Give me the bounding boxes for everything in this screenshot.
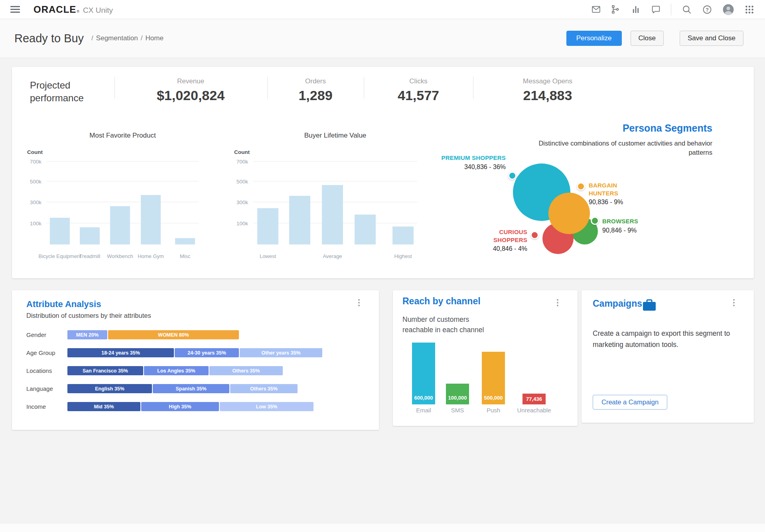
reach-bar-value: 600,000 [412, 395, 435, 401]
projected-performance-card: Projected performance Revenue $1,020,824… [12, 67, 754, 278]
campaigns-title: Campaigns [593, 298, 642, 309]
bubble-value: 90,836 - 9% [589, 198, 623, 207]
app-grid-icon[interactable] [744, 4, 755, 15]
reach-bar-email: 600,000 [412, 343, 435, 404]
product-name: CX Unity [83, 6, 113, 15]
campaigns-card: Campaigns Create a campaign to export th… [582, 290, 754, 423]
save-and-close-button[interactable]: Save and Close [680, 31, 743, 46]
create-campaign-button[interactable]: Create a Campaign [593, 395, 667, 410]
comment-icon[interactable] [651, 4, 661, 14]
attribute-segment: Others 35% [209, 366, 283, 375]
attribute-segment: MEN 20% [67, 330, 107, 339]
breadcrumb-separator: / [91, 34, 93, 42]
bubble-name: HUNTERS [589, 189, 623, 197]
help-icon[interactable]: ? [702, 4, 712, 15]
breadcrumb-home[interactable]: Home [145, 34, 163, 42]
attribute-row-language: LanguageEnglish 35%Spanish 35%Others 35% [26, 384, 298, 393]
reach-category-label: Push [487, 407, 500, 414]
attribute-segment: Los Angles 35% [144, 366, 209, 375]
reach-category-label: Email [416, 407, 431, 414]
footer-strip [0, 523, 765, 532]
persona-segments-chart: Persona Segments Distinctive combination… [12, 67, 754, 278]
legend-dot-bargain-hunters [577, 182, 585, 191]
bubble-name: BROWSERS [602, 217, 638, 225]
oracle-logo: ORACLE [34, 4, 76, 15]
attribute-segment: Others 35% [230, 384, 298, 393]
close-button[interactable]: Close [631, 31, 664, 46]
bubble-name: SHOPPERS [493, 236, 527, 244]
attribute-label: Income [26, 403, 67, 410]
legend-dot-premium-shoppers [508, 171, 517, 180]
bubble-label-curious-shoppers: CURIOUSSHOPPERS40,846 - 4% [493, 228, 527, 253]
bubble-value: 90,846 - 9% [602, 227, 638, 235]
bubble-label-bargain-hunters: BARGAINHUNTERS90,836 - 9% [589, 181, 623, 207]
breadcrumb-separator: / [141, 34, 143, 42]
attribute-bar: Mid 35%High 35%Low 35% [67, 402, 313, 411]
bubble-value: 40,846 - 4% [493, 245, 527, 253]
attribute-segment: Other years 35% [240, 348, 322, 357]
attribute-analysis-card: Attribute Analysis Distribution of custo… [12, 290, 379, 430]
bubble-name: PREMIUM SHOPPERS [441, 154, 506, 162]
legend-dot-browsers [591, 217, 599, 225]
reach-bar-value: 500,000 [482, 395, 505, 401]
campaigns-description: Create a campaign to export this segment… [593, 328, 741, 350]
attribute-bar: English 35%Spanish 35%Others 35% [67, 384, 298, 393]
reach-bar-value: 100,000 [446, 395, 469, 401]
reach-category-label: Unreachable [517, 407, 551, 414]
avatar[interactable] [722, 4, 734, 16]
attribute-label: Age Group [26, 349, 67, 356]
bubble-bargain-hunters [548, 193, 590, 234]
attribute-segment: Spanish 35% [153, 384, 229, 393]
attribute-segment: 18-24 years 35% [67, 348, 174, 357]
top-bar: ORACLE® CX Unity ? [0, 0, 765, 19]
kebab-menu-icon[interactable] [556, 297, 560, 309]
attribute-segment: WOMEN 80% [108, 330, 239, 339]
attribute-label: Gender [26, 331, 67, 338]
reach-bar-value: 77,436 [522, 396, 546, 402]
attribute-label: Locations [26, 367, 67, 374]
attribute-segment: 24-30 years 35% [175, 348, 239, 357]
bubble-name: BARGAIN [589, 181, 623, 189]
kebab-menu-icon[interactable] [732, 297, 736, 309]
reach-bar-push: 500,000 [482, 352, 505, 404]
attribute-segment: San Francisco 35% [67, 366, 143, 375]
attribute-row-income: IncomeMid 35%High 35%Low 35% [26, 402, 313, 411]
analytics-icon[interactable] [631, 4, 641, 14]
reach-bar-sms: 100,000 [446, 384, 469, 404]
personalize-button[interactable]: Personalize [566, 31, 622, 46]
breadcrumb-segmentation[interactable]: Segmentation [96, 34, 138, 42]
kebab-menu-icon[interactable] [357, 297, 361, 309]
svg-text:?: ? [706, 7, 709, 12]
attribute-row-gender: GenderMEN 20%WOMEN 80% [26, 330, 239, 339]
reach-category-label: SMS [451, 407, 464, 414]
attribute-label: Language [26, 385, 67, 392]
attribute-bar: 18-24 years 35%24-30 years 35%Other year… [67, 348, 322, 357]
attribute-row-age-group: Age Group18-24 years 35%24-30 years 35%O… [26, 348, 322, 357]
attribute-segment: Mid 35% [67, 402, 140, 411]
reach-bar-unreachable: 77,436 [522, 394, 546, 404]
attribute-bar: San Francisco 35%Los Angles 35%Others 35… [67, 366, 283, 375]
page-title: Ready to Buy [14, 32, 84, 45]
registered-mark: ® [77, 10, 79, 14]
search-icon[interactable] [681, 4, 692, 15]
bubble-name: CURIOUS [493, 228, 527, 236]
reach-by-channel-subtitle: Number of customers reachable in each ch… [402, 314, 500, 335]
attribute-segment: English 35% [67, 384, 152, 393]
persona-segments-subtitle: Distinctive combinations of customer act… [537, 139, 712, 158]
persona-segments-title: Persona Segments [623, 122, 712, 134]
page-header: Ready to Buy / Segmentation / Home Perso… [0, 19, 765, 58]
attribute-analysis-subtitle: Distribution of customers by their attri… [26, 312, 151, 319]
mail-icon[interactable] [591, 4, 601, 14]
attribute-bar: MEN 20%WOMEN 80% [67, 330, 239, 339]
attribute-segment: High 35% [141, 402, 219, 411]
briefcase-icon [642, 299, 657, 313]
bubble-label-browsers: BROWSERS90,846 - 9% [602, 217, 638, 234]
page: ORACLE® CX Unity ? [0, 0, 765, 532]
hamburger-menu-icon[interactable] [10, 6, 20, 13]
attribute-segment: Low 35% [220, 402, 313, 411]
header-actions: Personalize Close Save and Close [566, 31, 743, 46]
bubble-value: 340,836 - 36% [441, 163, 506, 171]
workflow-icon[interactable] [611, 4, 621, 14]
brand: ORACLE® CX Unity [34, 4, 113, 15]
legend-dot-curious-shoppers [530, 231, 539, 239]
